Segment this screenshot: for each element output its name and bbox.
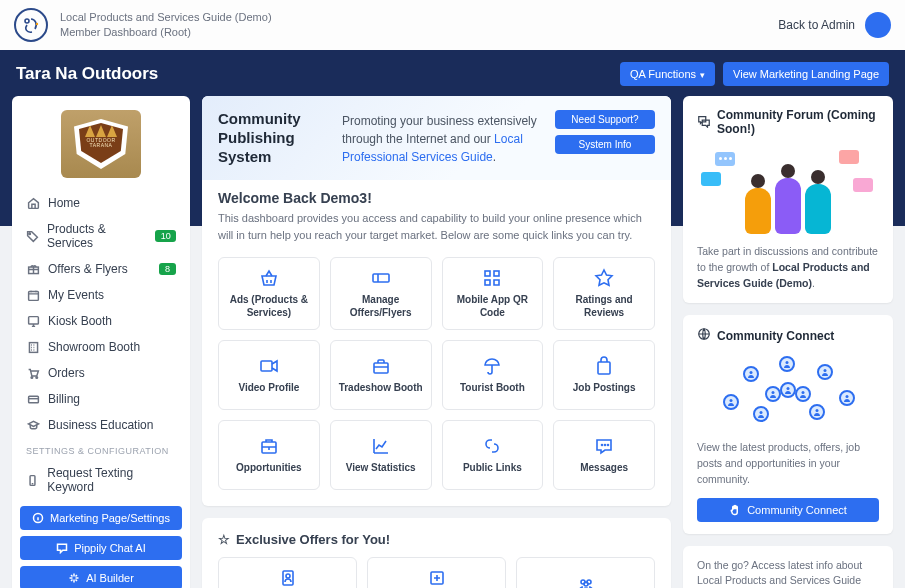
- card-icon: [26, 393, 40, 406]
- hero-text: Promoting your business extensively thro…: [342, 110, 541, 166]
- sidebar-item-home[interactable]: Home: [20, 190, 182, 216]
- ai-builder-button[interactable]: AI Builder: [20, 566, 182, 588]
- offer-tile-free-starter-crm[interactable]: Free Starter CRM: [516, 557, 655, 588]
- tile-tradeshow-booth[interactable]: Tradeshow Booth: [330, 340, 432, 410]
- sidebar-item-orders[interactable]: Orders: [20, 360, 182, 386]
- business-logo: OUTDOOR TARANA: [20, 106, 182, 190]
- tile-mobile-app-qr-code[interactable]: Mobile App QR Code: [442, 257, 544, 330]
- tile-tourist-booth[interactable]: Tourist Booth: [442, 340, 544, 410]
- offer-tile-do-you-have-5-employees-[interactable]: Do You Have 5+ Employees?: [367, 557, 506, 588]
- phone-icon: [26, 474, 39, 487]
- sidebar-item-request-texting-keyword[interactable]: Request Texting Keyword: [20, 460, 182, 500]
- app-logo: [14, 8, 48, 42]
- network-node: [795, 386, 811, 402]
- settings-section-header: SETTINGS & CONFIGURATION: [20, 438, 182, 460]
- calendar-icon: [26, 289, 40, 302]
- star-icon: [594, 268, 614, 288]
- community-forum-card: Community Forum (Coming Soon!) Take part…: [683, 96, 893, 303]
- network-node: [817, 364, 833, 380]
- sidebar: OUTDOOR TARANA HomeProducts & Services10…: [12, 96, 190, 588]
- app-title: Local Products and Services Guide (Demo): [60, 10, 778, 25]
- home-icon: [26, 197, 40, 210]
- tag-icon: [26, 230, 39, 243]
- view-landing-page-button[interactable]: View Marketing Landing Page: [723, 62, 889, 86]
- star-icon: ☆: [218, 532, 230, 547]
- offers-panel: ☆ Exclusive Offers for You! Constant Con…: [202, 518, 671, 588]
- forum-text: Take part in discussions and contribute …: [697, 244, 879, 291]
- tile-manage-offers-flyers[interactable]: Manage Offers/Flyers: [330, 257, 432, 330]
- connect-text: View the latest products, offers, job po…: [697, 440, 879, 487]
- welcome-subtext: This dashboard provides you access and c…: [218, 210, 655, 243]
- sidebar-item-kiosk-booth[interactable]: Kiosk Booth: [20, 308, 182, 334]
- ticket-icon: [371, 268, 391, 288]
- message-icon: [594, 436, 614, 456]
- forum-title: Community Forum (Coming Soon!): [717, 108, 879, 136]
- people-icon: [576, 575, 596, 589]
- link-icon: [482, 436, 502, 456]
- tile-public-links[interactable]: Public Links: [442, 420, 544, 490]
- sidebar-item-my-events[interactable]: My Events: [20, 282, 182, 308]
- sidebar-item-products-services[interactable]: Products & Services10: [20, 216, 182, 256]
- connect-illustration: [697, 352, 879, 430]
- network-node: [809, 404, 825, 420]
- mobile-app-card: On the go? Access latest info about Loca…: [683, 546, 893, 589]
- grad-icon: [26, 419, 40, 432]
- marketing-page-settings-button[interactable]: Marketing Page/Settings: [20, 506, 182, 530]
- svg-point-29: [25, 19, 29, 23]
- tile-opportunities[interactable]: Opportunities: [218, 420, 320, 490]
- globe-icon: [697, 327, 711, 344]
- gift-icon: [26, 263, 40, 276]
- top-bar: Local Products and Services Guide (Demo)…: [0, 0, 905, 50]
- building-icon: [26, 341, 40, 354]
- contact-icon: [278, 568, 298, 588]
- tile-view-statistics[interactable]: View Statistics: [330, 420, 432, 490]
- tile-ratings-and-reviews[interactable]: Ratings and Reviews: [553, 257, 655, 330]
- welcome-greeting: Welcome Back Demo3!: [218, 190, 655, 206]
- bag-icon: [594, 356, 614, 376]
- chevron-down-icon: ▾: [700, 70, 705, 80]
- badge: 8: [159, 263, 176, 275]
- svg-point-30: [36, 23, 38, 25]
- forum-illustration: [697, 144, 879, 234]
- case-icon: [259, 436, 279, 456]
- tile-ads-products-services-[interactable]: Ads (Products & Services): [218, 257, 320, 330]
- sidebar-item-offers-flyers[interactable]: Offers & Flyers8: [20, 256, 182, 282]
- need-support-button[interactable]: Need Support?: [555, 110, 655, 129]
- qa-functions-button[interactable]: QA Functions▾: [620, 62, 715, 86]
- hero-banner: Community Publishing System Promoting yo…: [202, 96, 671, 180]
- basket-icon: [259, 268, 279, 288]
- main-panel: Community Publishing System Promoting yo…: [202, 96, 671, 506]
- tile-job-postings[interactable]: Job Postings: [553, 340, 655, 410]
- business-name: Tara Na Outdoors: [16, 64, 158, 84]
- video-icon: [259, 356, 279, 376]
- offers-title: Exclusive Offers for You!: [236, 532, 390, 547]
- network-node: [723, 394, 739, 410]
- connect-title: Community Connect: [717, 329, 834, 343]
- sidebar-item-showroom-booth[interactable]: Showroom Booth: [20, 334, 182, 360]
- sidebar-item-business-education[interactable]: Business Education: [20, 412, 182, 438]
- page-subtitle: Member Dashboard (Root): [60, 25, 778, 40]
- badge: 10: [155, 230, 176, 242]
- forum-icon: [697, 114, 711, 131]
- hero-title: Community Publishing System: [218, 110, 328, 166]
- mobile-text: On the go? Access latest info about Loca…: [697, 558, 879, 589]
- back-to-admin-link[interactable]: Back to Admin: [778, 18, 855, 32]
- briefcase-icon: [371, 356, 391, 376]
- monitor-icon: [26, 315, 40, 328]
- qr-icon: [482, 268, 502, 288]
- umbrella-icon: [482, 356, 502, 376]
- user-avatar[interactable]: [865, 12, 891, 38]
- network-node: [780, 382, 796, 398]
- tile-video-profile[interactable]: Video Profile: [218, 340, 320, 410]
- sidebar-item-billing[interactable]: Billing: [20, 386, 182, 412]
- pippily-chat-ai-button[interactable]: Pippily Chat AI: [20, 536, 182, 560]
- chart-icon: [371, 436, 391, 456]
- community-connect-button[interactable]: Community Connect: [697, 498, 879, 522]
- tile-messages[interactable]: Messages: [553, 420, 655, 490]
- offer-tile-constant-contact-free-trial[interactable]: Constant Contact Free Trial: [218, 557, 357, 588]
- system-info-button[interactable]: System Info: [555, 135, 655, 154]
- cart-icon: [26, 367, 40, 380]
- network-node: [839, 390, 855, 406]
- community-connect-card: Community Connect View the latest produc…: [683, 315, 893, 533]
- network-node: [743, 366, 759, 382]
